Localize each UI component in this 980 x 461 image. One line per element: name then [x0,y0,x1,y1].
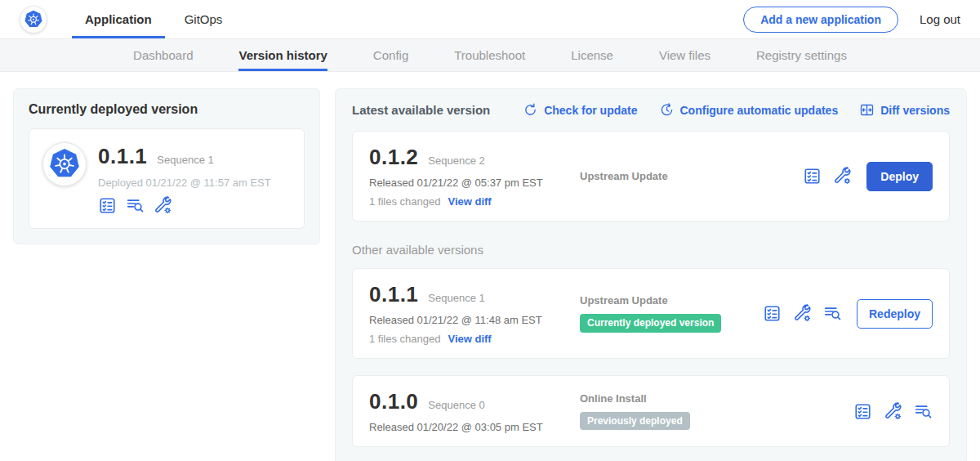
sub-nav-item-troubleshoot[interactable]: Troubleshoot [454,39,525,71]
preflight-checklist-icon[interactable] [803,167,822,186]
diff-versions-link[interactable]: Diff versions [859,102,950,118]
currently-deployed-card: Currently deployed version 0.1.1 Sequenc… [13,88,320,244]
config-wrench-icon[interactable] [833,167,852,186]
brand [20,0,47,38]
app-sub-nav: DashboardVersion historyConfigTroublesho… [0,39,980,72]
config-wrench-icon[interactable] [884,402,902,421]
sub-nav-item-view-files[interactable]: View files [659,39,710,71]
version-source-label: Online Install [580,392,647,405]
kubernetes-logo [20,6,47,34]
preflight-checklist-icon[interactable] [853,402,872,421]
latest-available-title: Latest available version [352,103,490,117]
diff-icon [859,102,875,118]
logout-button[interactable]: Log out [920,12,960,26]
action-label: Check for update [544,104,637,117]
action-label: Diff versions [880,104,950,117]
deploy-logs-icon[interactable] [914,402,933,421]
version-status-badge: Previously deployed [580,412,690,430]
main-content: Currently deployed version 0.1.1 Sequenc… [0,72,980,461]
version-released-timestamp: Released 01/21/22 @ 11:48 am EST [369,314,580,326]
top-tab-gitops[interactable]: GitOps [172,0,236,38]
version-card: 0.1.1 Sequence 1 Released 01/21/22 @ 11:… [352,268,950,359]
version-actions: Redeploy [763,299,933,329]
app-logo [42,142,87,186]
version-number: 0.1.1 [369,282,418,307]
version-sequence: Sequence 1 [428,292,484,304]
files-changed-label: 1 files changed [369,195,440,208]
version-released-timestamp: Released 01/20/22 @ 03:05 pm EST [369,421,580,433]
deployed-timestamp: Deployed 01/21/22 @ 11:57 am EST [98,177,271,189]
version-card: 0.1.0 Sequence 0 Released 01/20/22 @ 03:… [352,375,950,447]
files-changed-label: 1 files changed [369,333,440,345]
deployed-version-card: 0.1.1 Sequence 1 Deployed 01/21/22 @ 11:… [29,128,305,229]
version-number: 0.1.2 [369,145,418,170]
view-diff-link[interactable]: View diff [448,195,491,208]
deployed-version-sequence: Sequence 1 [157,154,213,166]
preflight-checklist-icon[interactable] [763,304,782,323]
version-actions [853,402,933,421]
deployed-icon-row [98,196,271,215]
sub-nav-item-version-history[interactable]: Version history [238,39,327,71]
top-nav-tabs: ApplicationGitOps [72,0,235,38]
configure-automatic-updates-link[interactable]: Configure automatic updates [659,102,839,118]
version-released-timestamp: Released 01/21/22 @ 05:37 pm EST [369,177,580,189]
add-application-button[interactable]: Add a new application [743,7,898,33]
latest-version-slot: 0.1.2 Sequence 2 Released 01/21/22 @ 05:… [352,131,950,222]
version-sequence: Sequence 0 [428,399,484,411]
deploy-logs-icon[interactable] [823,304,842,323]
top-tab-application[interactable]: Application [72,0,165,38]
top-nav-right: Add a new application Log out [743,0,960,38]
version-history-actions: Check for updateConfigure automatic upda… [523,102,950,118]
version-history-header: Latest available version Check for updat… [352,102,950,118]
config-wrench-icon[interactable] [793,304,812,323]
sub-nav-item-config[interactable]: Config [373,39,408,71]
other-versions-title: Other available versions [352,243,950,257]
version-number: 0.1.0 [369,389,418,414]
sub-nav-item-dashboard[interactable]: Dashboard [133,39,193,71]
version-source-label: Upstream Update [580,294,668,307]
sub-nav-item-license[interactable]: License [571,39,613,71]
top-nav: ApplicationGitOps Add a new application … [0,0,980,39]
view-diff-link[interactable]: View diff [448,333,491,345]
version-status-badge: Currently deployed version [580,314,721,332]
config-wrench-icon[interactable] [154,196,172,215]
version-sequence: Sequence 2 [428,154,484,167]
sub-nav-item-registry-settings[interactable]: Registry settings [756,39,847,71]
deploy-button[interactable]: Deploy [866,162,933,191]
other-versions-slot: 0.1.1 Sequence 1 Released 01/21/22 @ 11:… [352,268,950,447]
deployed-version-number: 0.1.1 [98,144,147,169]
version-actions: Deploy [803,162,933,191]
version-history-panel: Latest available version Check for updat… [335,88,967,461]
check-for-update-link[interactable]: Check for update [523,102,637,118]
redeploy-button[interactable]: Redeploy [857,299,933,329]
currently-deployed-title: Currently deployed version [29,102,305,117]
schedule-update-icon [659,102,675,118]
action-label: Configure automatic updates [680,104,839,117]
version-source-label: Upstream Update [580,170,668,182]
preflight-checklist-icon[interactable] [98,196,117,215]
version-card: 0.1.2 Sequence 2 Released 01/21/22 @ 05:… [352,131,950,222]
deploy-logs-icon[interactable] [126,196,145,215]
refresh-icon [523,102,538,118]
